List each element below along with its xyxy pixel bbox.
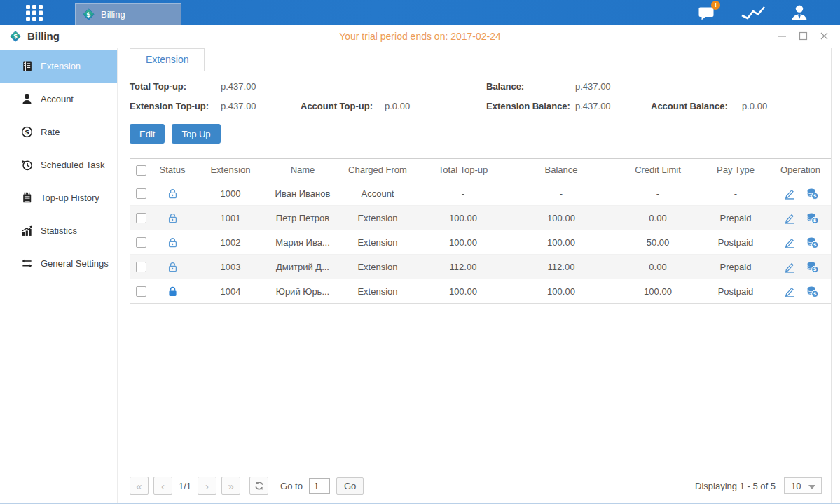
cell-charged-from: Extension: [337, 206, 418, 230]
top-up-button[interactable]: Top Up: [172, 124, 220, 144]
user-solid-icon: [21, 93, 33, 105]
window-titlebar: Billing Your trial period ends on: 2017-…: [0, 24, 840, 48]
billing-diamond-icon: [82, 8, 95, 21]
row-edit-button[interactable]: [783, 261, 795, 273]
row-checkbox[interactable]: [136, 286, 146, 297]
page-size-select[interactable]: 10: [784, 477, 822, 494]
edit-button[interactable]: Edit: [130, 124, 165, 144]
dollar-circle-icon: [21, 126, 33, 138]
sidebar-item-account[interactable]: Account: [0, 83, 117, 115]
refresh-button[interactable]: [249, 477, 268, 495]
goto-page-input[interactable]: [309, 478, 330, 494]
sidebar-item-label: Top-up History: [41, 192, 99, 203]
maximize-button[interactable]: [799, 31, 808, 41]
close-button[interactable]: [820, 31, 829, 41]
cell-total-top-up: 112.00: [418, 255, 508, 279]
sidebar-item-top-up-history[interactable]: Top-up History: [0, 181, 117, 214]
cell-charged-from: Account: [337, 181, 418, 206]
top-up-coins-icon: [806, 286, 818, 298]
billing-app-window: Billing !: [0, 0, 840, 504]
minimize-button[interactable]: [778, 31, 787, 41]
trend-chart-icon: [741, 4, 765, 21]
sidebar-item-scheduled-task[interactable]: Scheduled Task: [0, 148, 117, 181]
refresh-icon: [254, 480, 265, 491]
edit-pencil-icon: [783, 261, 795, 273]
tab-extension[interactable]: Extension: [130, 48, 205, 71]
top-up-coins-icon: [806, 212, 818, 224]
col-total-topup: Total Top-up: [418, 159, 508, 181]
row-top-up-button[interactable]: [806, 188, 818, 200]
top-up-coins-icon: [806, 261, 818, 273]
go-button[interactable]: Go: [336, 477, 364, 495]
next-page-button[interactable]: ›: [198, 477, 216, 495]
sidebar-item-general-settings[interactable]: General Settings: [0, 247, 117, 280]
notification-badge: !: [711, 1, 720, 10]
top-app-bar: Billing !: [0, 0, 840, 24]
top-up-coins-icon: [806, 237, 818, 248]
sidebar-item-label: Rate: [41, 127, 60, 137]
lock-closed-icon: [167, 286, 179, 298]
cell-balance: 100.00: [508, 206, 614, 230]
lock-open-icon: [167, 188, 179, 200]
row-edit-button[interactable]: [783, 212, 795, 224]
cell-pay-type: -: [701, 181, 770, 206]
cell-pay-type: Postpaid: [701, 230, 770, 255]
col-extension: Extension: [193, 159, 268, 181]
row-edit-button[interactable]: [783, 237, 795, 248]
total-topup-label: Total Top-up:: [130, 81, 221, 92]
grid-icon: [25, 4, 43, 21]
bars-growth-icon: [21, 225, 33, 237]
extension-balance-value: p.437.00: [575, 101, 651, 111]
row-checkbox[interactable]: [136, 213, 146, 223]
cell-charged-from: Extension: [337, 255, 418, 279]
open-app-tab-billing[interactable]: Billing: [75, 4, 181, 24]
last-page-button[interactable]: »: [221, 477, 240, 495]
account-menu-button[interactable]: [791, 4, 808, 21]
extension-table-body: 1000 Иван Иванов Account - - - -: [130, 181, 831, 304]
table-row: 1001 Петр Петров Extension 100.00 100.00…: [130, 206, 831, 230]
extension-topup-label: Extension Top-up:: [130, 101, 221, 111]
cell-extension: 1002: [193, 230, 268, 255]
top-up-coins-icon: [806, 188, 818, 200]
lock-open-icon: [167, 261, 179, 273]
tab-strip: Extension: [118, 48, 831, 71]
prev-page-button[interactable]: ‹: [153, 477, 172, 495]
sidebar-item-rate[interactable]: Rate: [0, 115, 117, 148]
edit-pencil-icon: [783, 237, 795, 248]
arrows-icon: [21, 258, 33, 270]
cell-credit-limit: 100.00: [614, 279, 701, 304]
account-topup-value: p.0.00: [385, 101, 486, 111]
row-top-up-button[interactable]: [806, 212, 818, 224]
first-page-button[interactable]: «: [130, 477, 149, 495]
select-all-checkbox[interactable]: [136, 165, 146, 176]
row-checkbox[interactable]: [136, 237, 146, 248]
statistics-shortcut-button[interactable]: [741, 4, 765, 21]
table-row: 1002 Мария Ива... Extension 100.00 100.0…: [130, 230, 831, 255]
sidebar-item-label: General Settings: [41, 258, 109, 269]
cell-extension: 1004: [193, 279, 268, 304]
billing-diamond-icon: [9, 30, 22, 43]
extension-balance-label: Extension Balance:: [486, 101, 575, 111]
col-charged-from: Charged From: [337, 159, 418, 181]
cell-pay-type: Postpaid: [701, 279, 770, 304]
maximize-icon: [799, 31, 808, 41]
sidebar-item-statistics[interactable]: Statistics: [0, 214, 117, 247]
sidebar-item-extension[interactable]: Extension: [0, 50, 117, 83]
cell-credit-limit: 0.00: [614, 255, 701, 279]
row-top-up-button[interactable]: [806, 286, 818, 298]
sidebar-item-label: Scheduled Task: [41, 160, 105, 170]
col-status: Status: [152, 159, 193, 181]
row-checkbox[interactable]: [136, 262, 146, 272]
row-checkbox[interactable]: [136, 188, 146, 199]
row-top-up-button[interactable]: [806, 261, 818, 273]
cell-balance: -: [508, 181, 614, 206]
col-balance: Balance: [508, 159, 614, 181]
app-grid-menu-button[interactable]: [25, 4, 43, 21]
balance-label: Balance:: [486, 81, 575, 92]
cell-name: Дмитрий Д...: [268, 255, 337, 279]
row-top-up-button[interactable]: [806, 237, 818, 248]
row-edit-button[interactable]: [783, 286, 795, 298]
row-edit-button[interactable]: [783, 188, 795, 200]
goto-label: Go to: [280, 481, 303, 491]
notifications-button[interactable]: !: [698, 4, 715, 21]
